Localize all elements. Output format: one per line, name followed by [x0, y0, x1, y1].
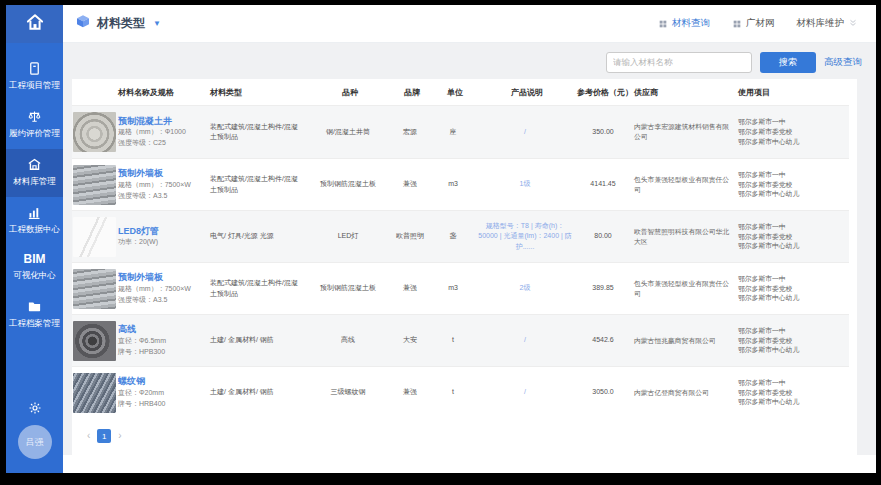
price-cell: 389.85	[576, 283, 634, 293]
table-row-1[interactable]: 预制外墙板规格（mm）：7500×W 强度等级：A3.5装配式建筑/混凝土构件/…	[72, 158, 849, 210]
variety-cell: LED灯	[308, 231, 392, 241]
product-desc-cell: 1级	[478, 179, 576, 189]
material-type-cell: 电气/ 灯具/光源 光源	[210, 231, 308, 241]
grid-icon	[658, 19, 668, 29]
concrete-rings-photo	[73, 112, 116, 152]
column-header-4: 单位	[432, 87, 478, 98]
sidebar-item-label: 履约评价管理	[9, 128, 60, 140]
product-desc-cell: 规格型号：T8 | 寿命(h)：50000 | 光通量(lm)：2400 | 防…	[478, 221, 576, 251]
chevron-double-down-icon	[848, 18, 860, 30]
material-spec: 功率：20(W)	[118, 237, 204, 248]
brand-cell: 欧普照明	[392, 231, 432, 241]
content-panel: 搜索 高级查询 材料名称及规格材料类型品种品牌单位产品说明参考价格（元）供应商使…	[63, 43, 876, 455]
avatar[interactable]: 吕强	[18, 425, 52, 459]
variety-cell: 预制钢筋混凝土板	[308, 179, 392, 189]
table-header-row: 材料名称及规格材料类型品种品牌单位产品说明参考价格（元）供应商使用项目	[72, 79, 849, 106]
column-header-0: 材料名称及规格	[118, 87, 210, 98]
prev-page-button[interactable]: ‹	[87, 431, 90, 441]
sidebar-item-0[interactable]: 工程项目管理	[6, 53, 63, 101]
search-row: 搜索 高级查询	[63, 50, 876, 74]
sidebar-item-1[interactable]: 履约评价管理	[6, 101, 63, 149]
materials-table: 材料名称及规格材料类型品种品牌单位产品说明参考价格（元）供应商使用项目 预制混凝…	[72, 79, 857, 455]
search-input[interactable]	[606, 52, 752, 73]
home-button[interactable]	[6, 5, 63, 43]
material-type-cell: 土建/ 金属材料/ 钢筋	[210, 387, 308, 397]
material-name-link[interactable]: 螺纹钢	[118, 375, 145, 388]
sidebar-bottom: 吕强	[6, 401, 63, 473]
material-name-link[interactable]: 预制混凝土井	[118, 115, 172, 128]
column-header-6: 参考价格（元）	[576, 87, 634, 98]
brand-cell: 大安	[392, 335, 432, 345]
variety-cell: 预制钢筋混凝土板	[308, 283, 392, 293]
pagination: ‹ 1 ›	[72, 418, 849, 455]
material-spec: 直径：Φ20mm 牌号：HRB400	[118, 388, 204, 410]
panel-stack-photo	[73, 269, 116, 309]
search-button[interactable]: 搜索	[760, 52, 816, 73]
advanced-query-link[interactable]: 高级查询	[824, 56, 862, 69]
table-row-0[interactable]: 预制混凝土井规格（mm）：Φ1000 强度等级：C25装配式建筑/混凝土构件/混…	[72, 106, 849, 158]
unit-cell: 座	[432, 127, 478, 137]
material-name-link[interactable]: 高线	[118, 323, 136, 336]
unit-cell: t	[432, 387, 478, 397]
rebar-bundle-photo	[73, 373, 116, 413]
topnav-item-2[interactable]: 材料库维护	[797, 17, 861, 30]
supplier-cell: 包头市兼强轻型板业有限责任公司	[634, 175, 738, 195]
table-row-2[interactable]: LED8灯管功率：20(W)电气/ 灯具/光源 光源LED灯欧普照明盏规格型号：…	[72, 210, 849, 262]
topnav-label: 材料查询	[672, 17, 710, 30]
supplier-cell: 欧普智慧照明科技有限公司华北大区	[634, 227, 738, 247]
projects-cell: 鄂尔多斯市一中 鄂尔多斯市委党校 鄂尔多斯市中心幼儿	[738, 117, 849, 147]
column-header-7: 供应商	[634, 87, 738, 98]
sidebar-item-4[interactable]: BIM可视化中心	[6, 245, 63, 291]
next-page-button[interactable]: ›	[118, 431, 121, 441]
projects-cell: 鄂尔多斯市一中 鄂尔多斯市委党校 鄂尔多斯市中心幼儿	[738, 170, 849, 200]
sidebar-item-3[interactable]: 工程数据中心	[6, 197, 63, 245]
material-type-cell: 装配式建筑/混凝土构件/混凝土预制品	[210, 122, 308, 142]
sidebar-item-2[interactable]: 材料库管理	[6, 149, 63, 197]
table-row-4[interactable]: 高线直径：Φ6.5mm 牌号：HPB300土建/ 金属材料/ 钢筋高线大安t/4…	[72, 314, 849, 366]
topnav-label: 材料库维护	[797, 17, 845, 30]
unit-cell: m3	[432, 283, 478, 293]
page-number[interactable]: 1	[97, 429, 111, 443]
sidebar-item-label: 可视化中心	[13, 270, 56, 282]
material-name-link[interactable]: 预制外墙板	[118, 271, 163, 284]
home-icon	[25, 12, 45, 36]
projects-cell: 鄂尔多斯市一中 鄂尔多斯市委党校 鄂尔多斯市中心幼儿	[738, 274, 849, 304]
sidebar-item-label: 材料库管理	[13, 176, 56, 188]
column-header-3: 品牌	[392, 87, 432, 98]
sidebar-menu: 工程项目管理履约评价管理材料库管理工程数据中心BIM可视化中心工程档案管理	[6, 53, 63, 339]
table-row-5[interactable]: 螺纹钢直径：Φ20mm 牌号：HRB400土建/ 金属材料/ 钢筋三级螺纹钢兼强…	[72, 366, 849, 418]
material-name-link[interactable]: 预制外墙板	[118, 167, 163, 180]
unit-cell: 盏	[432, 231, 478, 241]
unit-cell: m3	[432, 179, 478, 189]
brand-cell: 兼强	[392, 179, 432, 189]
projects-cell: 鄂尔多斯市一中 鄂尔多斯市委党校 鄂尔多斯市中心幼儿	[738, 222, 849, 252]
folder-icon	[27, 299, 42, 314]
grid-icon	[732, 19, 742, 29]
gear-icon[interactable]	[28, 401, 42, 415]
topnav-item-0[interactable]: 材料查询	[658, 17, 710, 30]
material-spec: 规格（mm）：Φ1000 强度等级：C25	[118, 127, 204, 149]
product-desc-cell: /	[478, 387, 576, 397]
app-window: 工程项目管理履约评价管理材料库管理工程数据中心BIM可视化中心工程档案管理 吕强…	[6, 5, 876, 473]
product-desc-cell: /	[478, 127, 576, 137]
wire-coil-photo	[73, 321, 116, 361]
variety-cell: 高线	[308, 335, 392, 345]
material-type-dropdown[interactable]: 材料类型 ▼	[75, 14, 161, 34]
column-header-1: 材料类型	[210, 87, 308, 98]
brand-cell: 兼强	[392, 283, 432, 293]
brand-cell: 宏源	[392, 127, 432, 137]
cube-icon	[75, 14, 91, 34]
table-row-3[interactable]: 预制外墙板规格（mm）：7500×W 强度等级：A3.5装配式建筑/混凝土构件/…	[72, 262, 849, 314]
table-body: 预制混凝土井规格（mm）：Φ1000 强度等级：C25装配式建筑/混凝土构件/混…	[72, 106, 849, 418]
price-cell: 350.00	[576, 127, 634, 137]
sidebar-item-label: 工程数据中心	[9, 224, 60, 236]
material-name-link[interactable]: LED8灯管	[118, 225, 159, 238]
sidebar-item-5[interactable]: 工程档案管理	[6, 291, 63, 339]
supplier-cell: 内蒙古李宏源建筑材料销售有限公司	[634, 122, 738, 142]
supplier-cell: 内蒙古亿登商贸有限公司	[634, 388, 738, 398]
price-cell: 4141.45	[576, 179, 634, 189]
material-spec: 规格（mm）：7500×W 强度等级：A3.5	[118, 284, 204, 306]
projects-cell: 鄂尔多斯市一中 鄂尔多斯市委党校 鄂尔多斯市中心幼儿	[738, 378, 849, 408]
scales-icon	[27, 109, 42, 124]
topnav-item-1[interactable]: 广材网	[732, 17, 775, 30]
